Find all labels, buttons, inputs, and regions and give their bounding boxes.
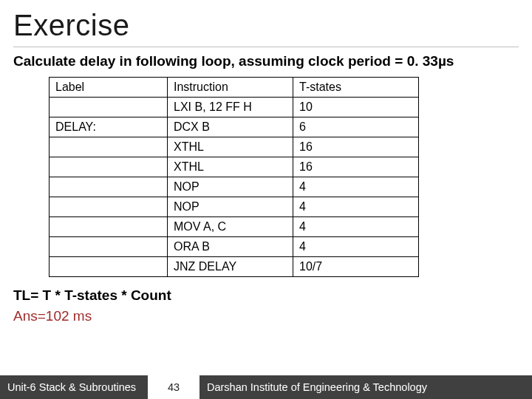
cell-label xyxy=(50,177,168,197)
table-row: NOP 4 xyxy=(50,197,419,217)
cell-instr: NOP xyxy=(168,197,293,217)
footer-page: 43 xyxy=(148,375,200,399)
cell-label xyxy=(50,157,168,177)
title-divider xyxy=(13,47,519,47)
footer-school: Darshan Institute of Engineering & Techn… xyxy=(200,375,532,399)
cell-ts: 10 xyxy=(293,98,419,117)
table-row: XTHL 16 xyxy=(50,157,419,177)
answer-text: Ans=102 ms xyxy=(13,308,519,324)
cell-ts: 4 xyxy=(293,197,419,217)
slide: Exercise Calculate delay in following lo… xyxy=(0,0,532,399)
col-instruction: Instruction xyxy=(168,78,293,98)
cell-instr: NOP xyxy=(168,177,293,197)
cell-label xyxy=(50,257,168,277)
cell-instr: JNZ DELAY xyxy=(168,257,293,277)
table-row: ORA B 4 xyxy=(50,237,419,257)
cell-ts: 16 xyxy=(293,157,419,177)
cell-instr: XTHL xyxy=(168,157,293,177)
cell-label xyxy=(50,217,168,237)
table-row: DELAY: DCX B 6 xyxy=(50,117,419,137)
footer: Unit-6 Stack & Subroutines 43 Darshan In… xyxy=(0,375,532,399)
table-row: MOV A, C 4 xyxy=(50,217,419,237)
cell-instr: ORA B xyxy=(168,237,293,257)
cell-label xyxy=(50,98,168,117)
cell-instr: XTHL xyxy=(168,137,293,157)
cell-instr: DCX B xyxy=(168,117,293,137)
cell-ts: 6 xyxy=(293,117,419,137)
cell-ts: 4 xyxy=(293,177,419,197)
cell-ts: 16 xyxy=(293,137,419,157)
cell-instr: MOV A, C xyxy=(168,217,293,237)
table-row: XTHL 16 xyxy=(50,137,419,157)
page-title: Exercise xyxy=(13,9,519,42)
cell-label xyxy=(50,237,168,257)
table-header-row: Label Instruction T-states xyxy=(50,78,419,98)
cell-instr: LXI B, 12 FF H xyxy=(168,98,293,117)
cell-ts: 4 xyxy=(293,217,419,237)
cell-label xyxy=(50,197,168,217)
cell-ts: 10/7 xyxy=(293,257,419,277)
table-container: Label Instruction T-states LXI B, 12 FF … xyxy=(13,77,519,277)
table-row: NOP 4 xyxy=(50,177,419,197)
table-row: LXI B, 12 FF H 10 xyxy=(50,98,419,117)
table-row: JNZ DELAY 10/7 xyxy=(50,257,419,277)
formula-text: TL= T * T-states * Count xyxy=(13,287,519,304)
col-tstates: T-states xyxy=(293,78,419,98)
cell-ts: 4 xyxy=(293,237,419,257)
cell-label xyxy=(50,137,168,157)
subtitle: Calculate delay in following loop, assum… xyxy=(13,53,519,69)
cell-label: DELAY: xyxy=(50,117,168,137)
tstate-table: Label Instruction T-states LXI B, 12 FF … xyxy=(49,77,419,277)
footer-unit: Unit-6 Stack & Subroutines xyxy=(0,375,148,399)
col-label: Label xyxy=(50,78,168,98)
